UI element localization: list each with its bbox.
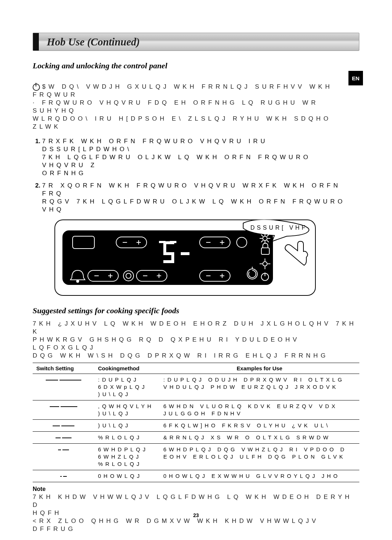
cooking-method: 6WHDPLQJ 6WHZLQJ %RLOLQJ bbox=[94, 444, 160, 470]
col-switch: Switch Setting bbox=[33, 363, 94, 374]
step-1: 7RXFK WKH ORFN FRQWURO VHQVRU IRU DSSUR[… bbox=[42, 137, 359, 177]
locking-paragraph-text: $W DQ\ VWDJH GXULQJ WKH FRRNLQJ SURFHVV … bbox=[33, 83, 332, 130]
table-row: 0HOWLQJ0HOWLQJ EXWWHU GLVVROYLQJ JHO bbox=[33, 470, 359, 482]
switch-level bbox=[33, 400, 94, 420]
svg-rect-25 bbox=[163, 260, 174, 263]
section-heading-locking: Locking and unlocking the control panel bbox=[33, 61, 359, 70]
switch-level bbox=[33, 444, 94, 470]
example-use: :DUPLQJ ODUJH DPRXQWV RI OLTXLG VHDULQJ … bbox=[160, 374, 359, 400]
callout-text: DSSUR[ VHF bbox=[250, 225, 307, 231]
table-row: 6WHDPLQJ 6WHZLQJ %RLOLQJ6WHDPLQJ DQG VWH… bbox=[33, 444, 359, 470]
cooking-method: %RLOLQJ bbox=[94, 432, 160, 444]
section-heading-settings: Suggested settings for cooking specific … bbox=[33, 306, 359, 315]
locking-steps: 7RXFK WKH ORFN FRQWURO VHQVRU IRU DSSUR[… bbox=[33, 137, 359, 214]
table-row: %RLOLQJ&RRNLQJ XS WR O OLTXLG SRWDW bbox=[33, 432, 359, 444]
cooking-method: :DUPLQJ 6DXWpLQJ )U\LQJ bbox=[94, 374, 160, 400]
power-icon bbox=[33, 84, 40, 91]
col-examples: Examples for Use bbox=[160, 363, 359, 374]
control-panel-svg: DSSUR[ VHF bbox=[54, 219, 316, 296]
example-use: 6WHDN VLUORLQ KDVK EURZQV VDX JULGGOH FD… bbox=[160, 400, 359, 420]
example-use: 6FKQLW]HO FKRSV OLYHU ¿VK UL\ bbox=[160, 420, 359, 432]
switch-level bbox=[33, 374, 94, 400]
step-2: 7R XQORFN WKH FRQWURO VHQVRU WRXFK WKH O… bbox=[42, 182, 359, 214]
page-title: Hob Use (Continued) bbox=[47, 36, 140, 48]
page-title-bar: Hob Use (Continued) bbox=[33, 33, 359, 51]
cooking-method: 0HOWLQJ bbox=[94, 470, 160, 482]
page-number: 23 bbox=[0, 512, 392, 518]
svg-rect-26 bbox=[181, 252, 189, 255]
example-use: 0HOWLQJ EXWWHU GLVVROYLQJ JHO bbox=[160, 470, 359, 482]
svg-point-39 bbox=[77, 280, 79, 282]
cooking-method: ,QWHQVLYH )U\LQJ bbox=[94, 400, 160, 420]
switch-level bbox=[33, 420, 94, 432]
switch-level bbox=[33, 432, 94, 444]
table-row: )U\LQJ6FKQLW]HO FKRSV OLYHU ¿VK UL\ bbox=[33, 420, 359, 432]
note-heading: Note bbox=[33, 486, 359, 492]
language-badge: EN bbox=[348, 71, 363, 85]
switch-level bbox=[33, 470, 94, 482]
col-method: Cookingmethod bbox=[94, 363, 160, 374]
cooking-method: )U\LQJ bbox=[94, 420, 160, 432]
example-use: &RRNLQJ XS WR O OLTXLG SRWDW bbox=[160, 432, 359, 444]
table-row: ,QWHQVLYH )U\LQJ6WHDN VLUORLQ KDVK EURZQ… bbox=[33, 400, 359, 420]
locking-paragraph: $W DQ\ VWDJH GXULQJ WKH FRRNLQJ SURFHVV … bbox=[33, 75, 359, 131]
example-use: 6WHDPLQJ DQG VWHZLQJ RI VPDOO D EOHV ERL… bbox=[160, 444, 359, 470]
hand-icon bbox=[285, 241, 307, 265]
settings-paragraph: 7KH ¿JXUHV LQ WKH WDEOH EHORZ DUH JXLGHO… bbox=[33, 320, 359, 360]
control-panel-figure: DSSUR[ VHF bbox=[54, 219, 316, 296]
table-row: :DUPLQJ 6DXWpLQJ )U\LQJ:DUPLQJ ODUJH DPR… bbox=[33, 374, 359, 400]
settings-table: Switch Setting Cookingmethod Examples fo… bbox=[33, 363, 359, 482]
